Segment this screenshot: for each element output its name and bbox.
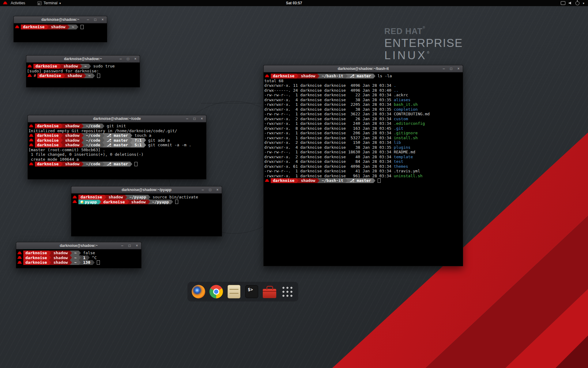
window-minimize-button[interactable]: –	[86, 18, 90, 21]
powerline-arrow	[373, 74, 375, 79]
output-text: total 68	[264, 79, 284, 83]
powerline-arrow	[296, 74, 299, 79]
redhat-icon	[28, 64, 32, 68]
prompt-segment-user: darknoise	[23, 260, 49, 265]
window-titlebar[interactable]: darknoise@shadow:~–□×	[14, 16, 107, 23]
terminal-body[interactable]: darknoiseshadow~/pyappsource bin/activat…	[71, 194, 222, 236]
powerline-arrow	[171, 199, 173, 204]
window-close-button[interactable]: ×	[101, 18, 104, 21]
window-close-button[interactable]: ×	[216, 188, 219, 192]
exec-file-name: .gitignore	[394, 131, 418, 135]
window-minimize-button[interactable]: –	[201, 188, 205, 192]
terminal-body[interactable]: darknoiseshadow~sudo true[sudo] password…	[26, 63, 140, 87]
prompt-segment-host: shadow	[63, 124, 81, 128]
dir-name: themes	[394, 164, 408, 169]
toolbox-icon[interactable]	[262, 284, 277, 299]
terminal-app-icon	[37, 1, 42, 5]
redhat-icon	[29, 138, 33, 142]
window-maximize-button[interactable]: □	[208, 188, 212, 192]
powerline-arrow	[84, 73, 86, 78]
powerline-arrow	[67, 25, 70, 29]
dir-name: .git	[394, 126, 403, 131]
windows-layer: darknoise@shadow:~–□×darknoiseshadow~dar…	[0, 0, 588, 368]
window-minimize-button[interactable]: –	[442, 67, 446, 71]
terminal-output-line: -rwxrwxr-x. 1 darknoise darknoise 240 Ja…	[264, 121, 462, 126]
output-text: -rw-rw-r--. 1 darknoise darknoise 41 Jan…	[264, 169, 394, 173]
prompt-segment-path: ~	[70, 25, 76, 29]
window-maximize-button[interactable]: □	[126, 57, 130, 61]
window-maximize-button[interactable]: □	[93, 18, 97, 21]
volume-icon	[569, 2, 572, 5]
app-grid-icon[interactable]	[280, 284, 295, 299]
window-maximize-button[interactable]: □	[193, 117, 196, 121]
powerline-arrow	[70, 260, 72, 265]
prompt-segment-user: darknoise	[35, 133, 61, 138]
powerline-arrow	[148, 195, 150, 200]
window-minimize-button[interactable]: –	[119, 57, 123, 61]
files-manager-icon[interactable]	[227, 284, 241, 299]
command-text: git add a	[148, 138, 170, 143]
powerline-arrow	[79, 251, 81, 255]
output-text: CONTRIBUTING.md	[394, 112, 430, 116]
terminal-body[interactable]: darknoiseshadow~falsedarknoiseshadow~1^C…	[16, 249, 141, 268]
window-controls: –□×	[201, 186, 219, 193]
powerline-arrow	[317, 178, 319, 183]
redhat-icon	[29, 162, 33, 166]
activities-button[interactable]: Activities	[0, 0, 28, 6]
exec-file-name: .editorconfig	[394, 121, 425, 126]
window-close-button[interactable]: ×	[457, 67, 460, 71]
terminal-prompt-line: darknoiseshadow~/code⎇ mastertouch a	[28, 133, 205, 138]
window-title: darknoise@shadow:~/code	[93, 117, 141, 121]
terminal-body[interactable]: darknoiseshadow~	[14, 23, 107, 42]
app-menu-terminal[interactable]: Terminal ▾	[35, 0, 63, 6]
window-titlebar[interactable]: darknoise@shadow:~/bash-it–□×	[264, 65, 463, 72]
terminal-cursor	[175, 200, 178, 204]
powerline-arrow	[130, 143, 132, 148]
clock[interactable]: Sat 03:57	[286, 1, 302, 5]
prompt-segment-path: ~/bash-it	[319, 178, 345, 183]
powerline-arrow	[79, 260, 81, 265]
dir-name: aliases	[394, 98, 411, 102]
window-titlebar[interactable]: darknoise@shadow:~–□×	[26, 56, 140, 63]
terminal-output-line: drwxrwxr-x. 8 darknoise darknoise 163 Ja…	[264, 126, 462, 131]
system-menu[interactable]: ▾	[561, 0, 588, 6]
terminal-output-line: drwxrwxr-x. 4 darknoise darknoise 84 Jan…	[264, 159, 462, 164]
output-text: .travis.yml	[394, 169, 420, 173]
firefox-browser-icon[interactable]	[191, 284, 206, 299]
window-titlebar[interactable]: darknoise@shadow:~–□×	[16, 242, 141, 249]
window-titlebar[interactable]: darknoise@shadow:~/code–□×	[28, 115, 206, 122]
window-titlebar[interactable]: darknoise@shadow:~/pyapp–□×	[71, 186, 222, 194]
chrome-browser-icon[interactable]	[209, 284, 224, 299]
prompt-segment-user: darknoise	[35, 162, 61, 167]
prompt-segment-user: darknoise	[33, 64, 59, 69]
powerline-arrow	[49, 251, 51, 255]
terminal-output-line: [master (root-commit) 50bcb63] .	[28, 148, 205, 152]
powerline-arrow	[317, 74, 319, 79]
output-text: -rwxrwxr-x. 1 darknoise darknoise 961 Ja…	[264, 174, 394, 178]
powerline-arrow	[345, 178, 348, 183]
output-text: drwxrwxr-x. 4 darknoise darknoise 38 Jan…	[264, 145, 394, 150]
powerline-arrow	[81, 138, 84, 143]
dock: $>	[187, 282, 298, 301]
chevron-down-icon: ▾	[59, 2, 61, 5]
powerline-arrow	[125, 195, 127, 200]
window-close-button[interactable]: ×	[135, 244, 139, 247]
terminal-body[interactable]: darknoiseshadow~/codegit initInitialized…	[28, 122, 206, 179]
redhat-icon	[17, 256, 22, 259]
window-close-button[interactable]: ×	[134, 57, 137, 61]
window-maximize-button[interactable]: □	[449, 67, 453, 71]
terminal-output-line: drwxrwxr-x. 4 darknoise darknoise 38 Jan…	[264, 145, 462, 150]
window-minimize-button[interactable]: –	[185, 117, 189, 121]
powerline-arrow	[70, 251, 72, 255]
redhat-icon	[265, 179, 269, 182]
redhat-icon	[29, 134, 33, 137]
terminal-body[interactable]: darknoiseshadow~/bash-it⎇ masterls -lato…	[264, 72, 463, 266]
terminal-icon[interactable]: $>	[244, 284, 259, 299]
output-text: -rw-rw-r--. 1 darknoise darknoise 3622 J…	[264, 112, 394, 116]
window-close-button[interactable]: ×	[200, 117, 204, 121]
output-text: -rwxrwxr-x. 1 darknoise darknoise 240 Ja…	[264, 121, 394, 126]
output-text: drwxrwxr-x. 2 darknoise darknoise 150 Ja…	[264, 140, 394, 145]
window-maximize-button[interactable]: □	[128, 244, 131, 247]
window-minimize-button[interactable]: –	[120, 244, 124, 247]
prompt-segment-venv: pyapp	[78, 200, 99, 205]
